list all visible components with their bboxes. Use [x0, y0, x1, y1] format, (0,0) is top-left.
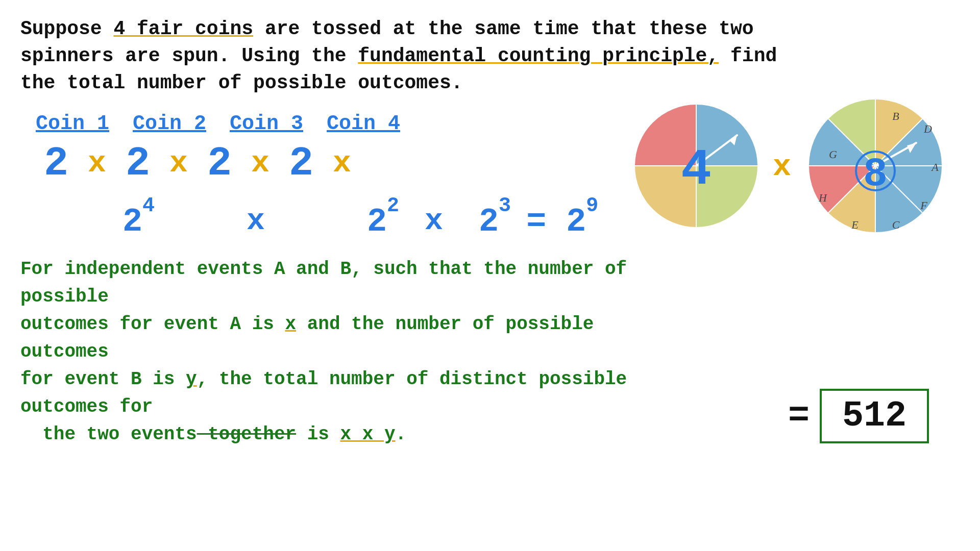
equals-sign-expr: = 29: [526, 202, 598, 241]
spinner2-svg: B D A F C E H G 8: [801, 92, 949, 240]
svg-text:8: 8: [863, 151, 888, 197]
coin2-value: 2: [117, 140, 158, 187]
main-container: Suppose 4 fair coins are tossed at the s…: [0, 0, 980, 464]
coin3-value: 2: [199, 140, 240, 187]
coin3-label: Coin 3: [230, 112, 327, 135]
coin1-label: Coin 1: [36, 112, 133, 135]
svg-text:G: G: [829, 148, 837, 161]
coin4-value: 2: [281, 140, 322, 187]
var-x: x: [285, 314, 296, 335]
highlight-fair-coins: 4 fair coins: [113, 18, 253, 40]
svg-text:4: 4: [681, 141, 712, 199]
strikethrough-together: together: [197, 424, 296, 445]
answer-box: 512: [820, 389, 929, 443]
spinners-area: 4 x: [630, 92, 949, 242]
spinner1-svg: 4: [630, 99, 763, 232]
operator-3: x: [240, 146, 281, 181]
svg-text:H: H: [818, 191, 827, 204]
highlight-fcp: fundamental counting principle,: [358, 45, 719, 67]
var-y: y: [186, 369, 197, 390]
coin1-value: 2: [36, 140, 77, 187]
power-2-2: 22: [367, 202, 399, 241]
power-2-4: 24: [122, 202, 155, 241]
svg-text:F: F: [920, 199, 927, 212]
operator-2: x: [158, 146, 199, 181]
explanation-text: For independent events A and B, such tha…: [20, 256, 633, 448]
svg-text:A: A: [930, 161, 939, 173]
svg-text:C: C: [892, 218, 900, 231]
spinner1-wrapper: 4: [630, 99, 763, 234]
problem-text: Suppose 4 fair coins are tossed at the s…: [20, 15, 960, 97]
answer-section: = 512: [788, 389, 929, 443]
coin4-label: Coin 4: [327, 112, 424, 135]
powers-x-2: x: [425, 204, 443, 238]
powers-x-1: x: [247, 204, 265, 238]
operator-1: x: [77, 146, 117, 181]
svg-text:B: B: [892, 110, 899, 122]
spinner-multiply-x: x: [773, 149, 791, 184]
power-2-3: 23: [479, 202, 511, 241]
coin2-label: Coin 2: [133, 112, 230, 135]
svg-text:E: E: [851, 218, 859, 231]
operator-4: x: [322, 146, 362, 181]
var-xy: x x y: [340, 424, 396, 445]
answer-equals: =: [788, 396, 810, 436]
svg-text:D: D: [923, 122, 932, 135]
spinner2-wrapper: B D A F C E H G 8: [801, 92, 949, 242]
